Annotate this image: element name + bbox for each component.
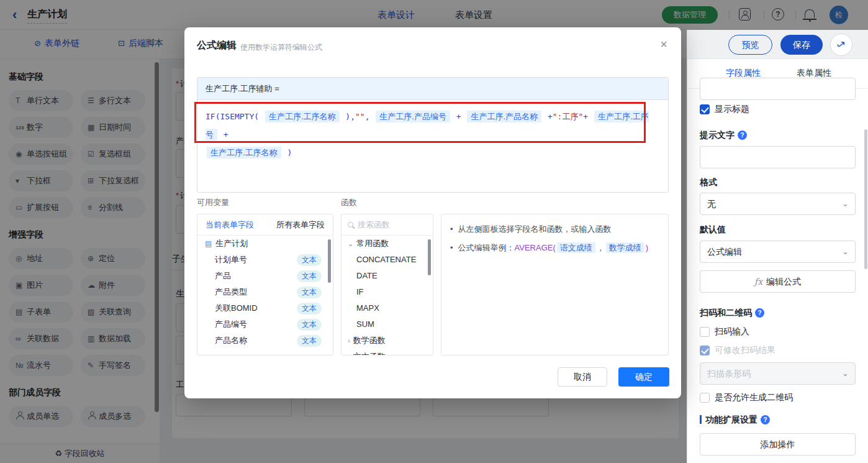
modal-title: 公式编辑 <box>197 39 237 52</box>
function-group-常用函数[interactable]: ⌄常用函数 <box>341 236 433 252</box>
caret-right-icon: › <box>348 337 350 344</box>
variables-label: 可用变量 <box>197 197 229 208</box>
formula-string-literal: ":工序" <box>553 112 583 121</box>
tab-current-form-fields[interactable]: 当前表单字段 <box>206 219 254 231</box>
function-name: AVERAGE( <box>515 243 556 252</box>
formula-field-chip[interactable]: 生产工序.产品编号 <box>376 111 450 122</box>
bullet-icon: • <box>450 239 453 257</box>
title-input-partial[interactable] <box>700 78 856 100</box>
function-name: ) <box>646 243 648 252</box>
formula-code-token: ) <box>283 148 292 157</box>
variable-name: 计划单号 <box>215 254 297 265</box>
section-bar <box>700 415 702 424</box>
variable-row[interactable]: 关联BOMID文本 <box>197 300 333 316</box>
field-properties-content: 显示标题 提示文字? 格式 无⌄ 默认值 公式编辑⌄ ƒx编辑公式 扫码和二维码… <box>687 89 868 463</box>
save-button[interactable]: 保存 <box>780 35 823 55</box>
share-button[interactable]: ↪ <box>830 34 852 56</box>
variable-row[interactable]: 产品名称文本 <box>197 332 333 349</box>
qr-allow-checkbox[interactable]: 是否允许生成二维码 <box>700 392 793 403</box>
formula-target-label: 生产工序.工序辅助 = <box>197 78 668 100</box>
tip-line-2: • 公式编辑举例：AVERAGE(语文成绩，数学成绩) <box>441 239 668 257</box>
add-action-button[interactable]: 添加操作 <box>700 433 856 456</box>
variable-name: 产品名称 <box>215 335 297 346</box>
help-icon[interactable]: ? <box>761 415 770 424</box>
chevron-down-icon: ⌄ <box>842 193 849 214</box>
checkbox-unchecked-icon <box>700 393 710 403</box>
checkbox-unchecked-icon <box>700 327 710 337</box>
function-item-SUM[interactable]: SUM <box>341 316 433 332</box>
right-panel: 预览 保存 ↪ 字段属性 表单属性 显示标题 提示文字? 格式 无⌄ 默认值 公… <box>687 30 868 463</box>
right-panel-scrollbar[interactable] <box>864 129 867 269</box>
scan-input-checkbox[interactable]: 扫码输入 <box>700 326 749 337</box>
formula-code-token: + <box>583 112 593 121</box>
format-label: 格式 <box>700 177 717 188</box>
format-select[interactable]: 无⌄ <box>700 193 856 215</box>
variable-row[interactable]: 产品文本 <box>197 268 333 284</box>
functions-list: ⌄常用函数CONCATENATEDATEIFMAPXSUM›数学函数›文本函数 <box>341 236 433 355</box>
variable-type-badge: 文本 <box>297 335 322 347</box>
formula-code-token: , <box>365 112 375 121</box>
help-icon[interactable]: ? <box>755 308 764 318</box>
search-icon <box>348 222 353 227</box>
bullet-icon: • <box>450 220 453 239</box>
scan-editable-checkbox: 可修改扫码结果 <box>700 345 775 356</box>
variable-name: 产品类型 <box>215 287 297 298</box>
formula-field-chip[interactable]: 生产工序.工序名称 <box>207 147 281 158</box>
function-group-数学函数[interactable]: ›数学函数 <box>341 332 433 349</box>
search-placeholder: 搜索函数 <box>358 219 390 231</box>
tips-panel: • 从左侧面板选择字段名和函数，或输入函数 • 公式编辑举例：AVERAGE(语… <box>441 214 669 355</box>
formula-code-token: + <box>219 130 228 139</box>
preview-button[interactable]: 预览 <box>728 35 772 55</box>
close-icon[interactable]: × <box>660 37 667 52</box>
functions-scrollbar[interactable] <box>428 239 431 275</box>
variable-type-badge: 文本 <box>297 287 322 298</box>
edit-formula-button[interactable]: ƒx编辑公式 <box>700 270 856 293</box>
chevron-down-icon: ⌄ <box>842 363 849 384</box>
formula-code-token: + <box>451 112 466 121</box>
variable-type-badge: 文本 <box>297 270 322 282</box>
chevron-down-icon: ⌄ <box>842 241 849 262</box>
cancel-button[interactable]: 取消 <box>558 367 607 387</box>
formula-code-area[interactable]: IF(ISEMPTY( 生产工序.工序名称 ),"", 生产工序.产品编号 + … <box>197 100 668 192</box>
functions-panel: 搜索函数 ⌄常用函数CONCATENATEDATEIFMAPXSUM›数学函数›… <box>341 214 433 355</box>
fx-icon: ƒx <box>754 277 762 287</box>
help-icon[interactable]: ? <box>738 131 747 140</box>
tip-example: 公式编辑举例：AVERAGE(语文成绩，数学成绩) <box>458 239 649 257</box>
formula-code-token: ), <box>341 112 355 121</box>
tip-line-1: • 从左侧面板选择字段名和函数，或输入函数 <box>441 220 668 239</box>
tab-all-form-fields[interactable]: 所有表单字段 <box>276 219 325 231</box>
function-item-DATE[interactable]: DATE <box>341 268 433 284</box>
confirm-button[interactable]: 确定 <box>618 367 669 387</box>
formula-code-token: + <box>543 112 553 121</box>
formula-code-token: IF(ISEMPTY( <box>206 112 264 121</box>
variable-row[interactable]: 产品编号文本 <box>197 316 333 332</box>
show-title-checkbox[interactable]: 显示标题 <box>700 104 749 115</box>
function-group-文本函数[interactable]: ›文本函数 <box>341 349 433 355</box>
function-search[interactable]: 搜索函数 <box>341 214 433 236</box>
share-arrow-icon: ↪ <box>831 34 852 55</box>
default-value-label: 默认值 <box>700 224 726 236</box>
document-icon: ▤ <box>205 239 212 248</box>
checkbox-checked-icon <box>700 104 710 114</box>
modal-subtitle: 使用数学运算符编辑公式 <box>240 42 322 53</box>
variables-scrollbar[interactable] <box>328 239 331 283</box>
default-value-select[interactable]: 公式编辑⌄ <box>700 241 856 263</box>
formula-editor-modal: 公式编辑 使用数学运算符编辑公式 × 生产工序.工序辅助 = IF(ISEMPT… <box>184 27 681 398</box>
formula-field-chip[interactable]: 生产工序.工序名称 <box>265 111 340 122</box>
variable-name: 关联BOMID <box>215 303 297 314</box>
function-item-CONCATENATE[interactable]: CONCATENATE <box>341 252 433 268</box>
app-root: ‹ 生产计划 表单设计 表单设置 数据管理 ? 检 ⊘表单外链 ⊡后端脚本 ▤数… <box>0 0 868 463</box>
function-item-MAPX[interactable]: MAPX <box>341 300 433 316</box>
caret-down-icon: ⌄ <box>348 240 353 247</box>
hint-text-input[interactable] <box>700 146 856 168</box>
function-item-IF[interactable]: IF <box>341 284 433 300</box>
functions-label: 函数 <box>341 197 357 208</box>
variable-type-badge: 文本 <box>297 319 322 331</box>
variables-root-row[interactable]: ▤生产计划 <box>197 236 333 252</box>
variable-name: 产品编号 <box>215 319 297 330</box>
variable-row[interactable]: 计划单号文本 <box>197 252 333 268</box>
formula-field-chip[interactable]: 生产工序.产品名称 <box>467 111 541 122</box>
variable-row[interactable]: 产品类型文本 <box>197 284 333 300</box>
extension-section-label: 功能扩展设置? <box>700 415 770 426</box>
variables-tabs: 当前表单字段 所有表单字段 <box>197 214 333 236</box>
